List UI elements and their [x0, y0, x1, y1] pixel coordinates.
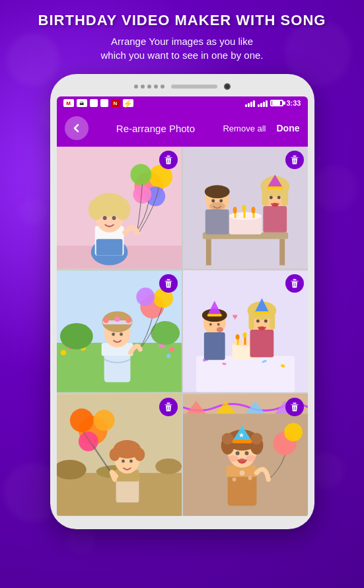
- svg-point-133: [244, 451, 248, 455]
- svg-point-111: [109, 448, 120, 461]
- delete-button-2[interactable]: [285, 151, 304, 169]
- svg-point-33: [209, 202, 225, 210]
- svg-rect-90: [254, 311, 269, 314]
- svg-rect-38: [263, 206, 287, 233]
- svg-rect-19: [279, 239, 285, 266]
- svg-point-9: [102, 216, 106, 220]
- phone-dot: [141, 85, 145, 89]
- status-left-icons: M 🏔 N ⚡: [63, 99, 133, 107]
- screen: M 🏔 N ⚡: [57, 96, 308, 516]
- top-area: BIRTHDAY VIDEO MAKER WITH SONG Arrange Y…: [0, 0, 364, 69]
- svg-point-7: [88, 199, 104, 220]
- svg-point-96: [258, 326, 265, 330]
- bolt-icon: ⚡: [123, 99, 133, 107]
- svg-point-131: [250, 433, 262, 445]
- battery-icon: [270, 100, 283, 106]
- phone-dots: [134, 85, 164, 89]
- svg-point-8: [114, 199, 130, 220]
- svg-point-104: [69, 408, 93, 432]
- svg-point-59: [103, 318, 108, 323]
- square-icon2: [100, 99, 108, 107]
- svg-rect-88: [207, 314, 221, 316]
- svg-point-51: [166, 354, 170, 358]
- svg-point-134: [227, 455, 238, 462]
- svg-point-141: [284, 423, 303, 441]
- svg-point-105: [93, 410, 114, 431]
- svg-rect-68: [196, 356, 294, 392]
- photo-cell-4[interactable]: ♥: [183, 270, 308, 392]
- svg-point-124: [232, 478, 236, 482]
- svg-point-132: [235, 451, 239, 455]
- svg-point-135: [246, 455, 256, 462]
- svg-point-63: [119, 332, 122, 336]
- svg-point-32: [219, 200, 223, 203]
- svg-rect-84: [248, 311, 254, 330]
- svg-point-27: [251, 207, 255, 213]
- svg-point-49: [169, 347, 174, 352]
- delete-button-5[interactable]: [159, 398, 178, 416]
- svg-point-101: [155, 459, 182, 474]
- svg-rect-43: [267, 186, 283, 189]
- svg-point-50: [60, 350, 65, 355]
- photo-grid: ♥: [57, 147, 308, 516]
- svg-point-93: [216, 327, 223, 332]
- delete-button-4[interactable]: [285, 274, 304, 293]
- svg-point-91: [209, 323, 211, 326]
- svg-point-41: [272, 203, 278, 207]
- svg-point-61: [126, 318, 131, 323]
- photo-cell-3[interactable]: [57, 270, 182, 392]
- svg-rect-37: [281, 186, 288, 206]
- svg-rect-81: [203, 332, 225, 360]
- svg-text:♥: ♥: [232, 311, 237, 322]
- svg-point-92: [217, 323, 219, 326]
- n-icon: N: [111, 99, 120, 107]
- remove-all-button[interactable]: Remove all: [223, 124, 266, 133]
- battery-fill: [272, 101, 279, 105]
- svg-point-114: [129, 459, 132, 462]
- photo-cell-1[interactable]: [57, 147, 182, 269]
- status-right: 3:33: [245, 99, 301, 107]
- svg-point-10: [112, 216, 116, 220]
- delete-button-6[interactable]: [285, 398, 304, 416]
- gmail-icon: M: [63, 99, 74, 107]
- image-icon: 🏔: [77, 99, 87, 107]
- square-icon1: [90, 99, 98, 107]
- phone-dot: [161, 85, 164, 89]
- svg-point-66: [136, 287, 155, 306]
- phone-camera: [224, 83, 231, 90]
- svg-rect-29: [205, 209, 229, 235]
- photo-cell-6[interactable]: ★: [183, 394, 308, 516]
- svg-point-39: [269, 196, 272, 200]
- photo-cell-5[interactable]: [57, 394, 182, 516]
- done-button[interactable]: Done: [277, 123, 300, 133]
- svg-rect-85: [270, 311, 275, 330]
- signal-icon2: [258, 99, 268, 107]
- phone-top-bar: [57, 83, 308, 90]
- svg-rect-86: [250, 330, 273, 357]
- status-bar: M 🏔 N ⚡: [57, 96, 308, 110]
- svg-point-13: [130, 164, 151, 185]
- svg-point-130: [221, 433, 233, 445]
- phone-frame: M 🏔 N ⚡: [50, 74, 314, 529]
- svg-point-78: [242, 332, 246, 338]
- svg-point-30: [204, 185, 229, 198]
- photo-cell-2[interactable]: [183, 147, 308, 269]
- svg-text:★: ★: [238, 431, 244, 439]
- svg-point-125: [248, 476, 252, 480]
- svg-point-77: [235, 334, 239, 340]
- svg-point-52: [59, 323, 92, 349]
- signal-icon: [245, 99, 255, 107]
- svg-point-123: [239, 470, 244, 476]
- delete-button-1[interactable]: [159, 151, 178, 169]
- time-display: 3:33: [286, 99, 301, 107]
- svg-point-95: [264, 320, 267, 323]
- svg-rect-18: [205, 239, 211, 266]
- delete-button-3[interactable]: [159, 274, 178, 293]
- svg-rect-138: [232, 440, 252, 443]
- back-button[interactable]: [65, 116, 89, 140]
- svg-point-31: [211, 200, 215, 203]
- svg-point-25: [233, 207, 237, 213]
- svg-point-94: [256, 320, 259, 323]
- svg-point-26: [242, 205, 246, 211]
- phone-speaker: [171, 85, 217, 89]
